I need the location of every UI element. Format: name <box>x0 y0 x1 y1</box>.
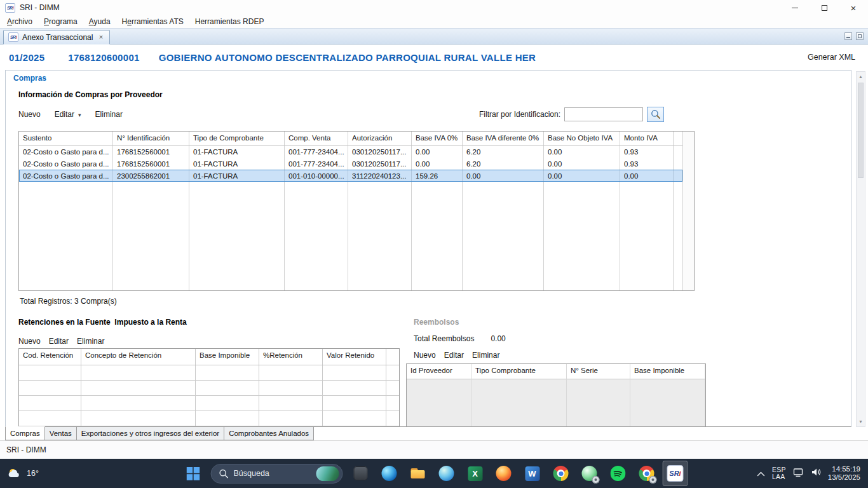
reembolsos-table[interactable]: Id ProveedorTipo ComprobanteN° SerieBase… <box>406 363 706 427</box>
spotify-icon[interactable] <box>606 461 631 486</box>
sri-dimm-icon[interactable]: SRi <box>663 461 688 486</box>
column-header-autorizacion[interactable]: Autorización <box>348 132 412 145</box>
filter-search-button[interactable] <box>647 107 664 122</box>
chrome-icon[interactable] <box>548 461 574 486</box>
menu-item-herramientas-rdep[interactable]: Herramientas RDEP <box>189 16 270 27</box>
weather-widget[interactable]: 16° <box>6 459 39 488</box>
firefox-icon[interactable] <box>491 461 517 486</box>
window-controls <box>780 0 868 15</box>
document-window-buttons <box>844 32 864 40</box>
search-icon <box>651 109 661 119</box>
column-header-base-imponible[interactable]: Base Imponible <box>196 349 259 365</box>
cell: 02-Costo o Gasto para d... <box>19 148 113 156</box>
column-header-retencion[interactable]: %Retención <box>259 349 323 365</box>
column-header-base-imponible[interactable]: Base Imponible <box>630 364 705 379</box>
column-header-tipo-comprobante[interactable]: Tipo Comprobante <box>471 364 567 379</box>
close-icon <box>851 3 857 13</box>
retenciones-toolbar-eliminar-button[interactable]: Eliminar <box>77 337 104 346</box>
ruc-number: 1768120600001 <box>68 52 139 63</box>
bottom-tab-ventas[interactable]: Ventas <box>44 426 77 440</box>
generar-xml-button[interactable]: Generar XML <box>808 53 859 62</box>
taskbar-search[interactable]: Búsqueda <box>211 464 343 484</box>
bottom-tab-bar: ComprasVentasExportaciones y otros ingre… <box>5 426 314 440</box>
column-header-cod-retencion[interactable]: Cod. Retención <box>19 349 81 365</box>
table-scroll-area[interactable] <box>682 132 694 290</box>
page-scrollbar[interactable] <box>856 71 865 427</box>
filter-input[interactable] <box>564 107 643 121</box>
compras-toolbar-editar-button[interactable]: Editar▾ <box>55 110 81 119</box>
search-highlight-image[interactable] <box>316 466 339 481</box>
file-explorer-icon[interactable] <box>405 461 431 486</box>
cell: 0.00 <box>544 160 620 168</box>
compras-toolbar-nuevo-button[interactable]: Nuevo <box>18 110 41 119</box>
doc-restore-icon[interactable] <box>856 32 864 40</box>
menu-item-archivo[interactable]: Archivo <box>1 16 38 27</box>
table-row[interactable]: 02-Costo o Gasto para d...17681525600010… <box>19 158 682 170</box>
compras-toolbar-eliminar-button[interactable]: Eliminar <box>95 110 123 119</box>
taskbar-apps: XWSRi <box>348 461 688 486</box>
column-header-valor-retenido[interactable]: Valor Retenido <box>323 349 386 365</box>
reembolsos-toolbar-nuevo-button[interactable]: Nuevo <box>414 351 436 360</box>
word-icon[interactable]: W <box>520 461 545 486</box>
cell: 001-777-23404... <box>285 148 348 156</box>
column-header-n-serie[interactable]: N° Serie <box>567 364 630 379</box>
cell: 0.00 <box>544 148 620 156</box>
column-header-sustento[interactable]: Sustento <box>19 132 113 145</box>
column-header-base-no-objeto-iva[interactable]: Base No Objeto IVA <box>544 132 620 145</box>
cell: 0.00 <box>463 172 544 180</box>
taxpayer-header: 01/2025 1768120600001 GOBIERNO AUTONOMO … <box>0 44 868 70</box>
gear-badge-icon <box>649 476 657 484</box>
close-button[interactable] <box>839 0 868 15</box>
maximize-button[interactable] <box>810 0 839 15</box>
table-row[interactable]: 02-Costo o Gasto para d...17681525600010… <box>19 146 682 158</box>
bottom-tab-compras[interactable]: Compras <box>5 426 45 440</box>
scroll-up-icon[interactable] <box>857 72 865 81</box>
column-header-id-proveedor[interactable]: Id Proveedor <box>407 364 471 379</box>
retenciones-table[interactable]: Cod. RetenciónConcepto de RetenciónBase … <box>18 348 400 427</box>
tab-anexo-transaccional[interactable]: SRi Anexo Transaccional <box>3 30 110 44</box>
column-header-monto-iva[interactable]: Monto IVA <box>620 132 674 145</box>
bottom-tab-exportaciones-y-otros-ingresos-del-exterior[interactable]: Exportaciones y otros ingresos del exter… <box>76 426 224 440</box>
edge-icon[interactable] <box>377 461 402 486</box>
column-header-comp-venta[interactable]: Comp. Venta <box>285 132 348 145</box>
volume-icon[interactable] <box>811 468 821 479</box>
chrome-gear-app-icon[interactable] <box>634 461 660 486</box>
clock[interactable]: 14:55:19 13/5/2025 <box>828 465 860 482</box>
compras-table[interactable]: SustentoN° IdentificaciónTipo de Comprob… <box>18 131 695 291</box>
reembolsos-total-label: Total Reembolsos <box>414 334 474 343</box>
cell: 02-Costo o Gasto para d... <box>19 160 113 168</box>
keyboard-language-indicator[interactable]: ESP LAA <box>772 466 786 480</box>
column-header-concepto-de-retencion[interactable]: Concepto de Retención <box>81 349 196 365</box>
column-header-tipo-de-comprobante[interactable]: Tipo de Comprobante <box>189 132 285 145</box>
column-header-n-identificacion[interactable]: N° Identificación <box>113 132 189 145</box>
menu-item-ayuda[interactable]: Ayuda <box>83 16 116 27</box>
retenciones-toolbar-nuevo-button[interactable]: Nuevo <box>18 337 41 346</box>
compras-toolbar-editar-dropdown-icon[interactable]: ▾ <box>78 112 81 118</box>
tab-close-icon[interactable] <box>97 33 105 41</box>
column-header-base-iva-0[interactable]: Base IVA 0% <box>412 132 463 145</box>
cell: 01-FACTURA <box>189 160 285 168</box>
retenciones-toolbar-editar-button[interactable]: Editar <box>49 337 69 346</box>
table-row[interactable]: 02-Costo o Gasto para d...23002558620010… <box>19 170 682 182</box>
network-icon[interactable] <box>793 468 804 480</box>
taxpayer-name: GOBIERNO AUTONOMO DESCENTRALIZADO PARROQ… <box>159 52 536 63</box>
reembolsos-toolbar-eliminar-button[interactable]: Eliminar <box>472 351 499 360</box>
scroll-down-icon[interactable] <box>857 417 865 426</box>
empty-row <box>19 411 399 426</box>
green-gear-app-icon[interactable] <box>577 461 602 486</box>
dark-app-icon[interactable] <box>348 461 374 486</box>
empty-row <box>19 381 399 396</box>
excel-icon[interactable]: X <box>463 461 488 486</box>
menu-item-herramientas-ats[interactable]: Herramientas ATS <box>116 16 189 27</box>
minimize-button[interactable] <box>780 0 810 15</box>
doc-minimize-icon[interactable] <box>844 32 852 40</box>
reembolsos-toolbar-editar-button[interactable]: Editar <box>444 351 464 360</box>
blue-app-icon[interactable] <box>434 461 459 486</box>
bottom-tab-comprobantes-anulados[interactable]: Comprobantes Anulados <box>224 426 314 440</box>
menu-item-programa[interactable]: Programa <box>38 16 83 27</box>
reembolsos-total-value: 0.00 <box>491 334 505 343</box>
scroll-thumb[interactable] <box>858 83 864 178</box>
column-header-base-iva-diferente-0[interactable]: Base IVA diferente 0% <box>463 132 544 145</box>
tray-chevron-icon[interactable] <box>757 468 765 479</box>
start-button[interactable] <box>180 461 206 486</box>
